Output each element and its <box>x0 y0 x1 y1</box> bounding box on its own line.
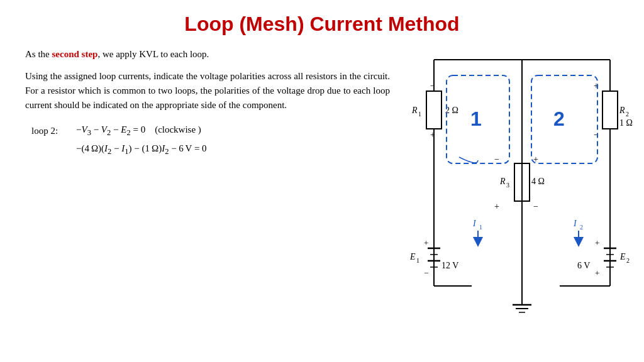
svg-text:+: + <box>494 202 499 211</box>
content-area: As the second step, we apply KVL to each… <box>25 47 619 160</box>
eq1-text: −V3 − V2 − E2 = 0 (clockwise ) <box>76 123 201 139</box>
page-title: Loop (Mesh) Current Method <box>25 13 619 36</box>
text-section: As the second step, we apply KVL to each… <box>25 47 390 160</box>
svg-text:+: + <box>424 238 428 248</box>
svg-text:1: 1 <box>418 111 421 118</box>
svg-text:R: R <box>411 106 418 115</box>
svg-text:1: 1 <box>479 224 482 231</box>
svg-text:2: 2 <box>626 111 629 118</box>
svg-text:1: 1 <box>416 257 419 264</box>
svg-text:I: I <box>472 219 477 228</box>
eq-label: loop 2: <box>31 124 72 138</box>
svg-text:12 V: 12 V <box>441 261 458 270</box>
svg-text:E: E <box>619 252 626 261</box>
svg-rect-17 <box>602 91 618 129</box>
svg-text:R: R <box>619 106 625 115</box>
circuit-section: R 1 2 Ω − + R 2 1 Ω + − R 3 <box>396 41 619 160</box>
svg-text:6 V: 6 V <box>577 261 590 270</box>
svg-text:2: 2 <box>580 224 583 231</box>
svg-text:1 Ω: 1 Ω <box>619 118 633 128</box>
svg-text:I: I <box>573 219 577 228</box>
svg-text:R: R <box>499 177 506 186</box>
circuit-diagram: R 1 2 Ω − + R 2 1 Ω + − R 3 <box>396 41 641 317</box>
equations-block: loop 2: −V3 − V2 − E2 = 0 (clockwise ) −… <box>31 123 390 158</box>
svg-text:+: + <box>595 238 599 248</box>
svg-text:2: 2 <box>626 257 630 264</box>
intro-prefix: As the <box>25 49 52 59</box>
svg-text:−: − <box>494 155 499 164</box>
eq-line-1: loop 2: −V3 − V2 − E2 = 0 (clockwise ) <box>31 123 390 139</box>
svg-text:−: − <box>424 268 428 278</box>
svg-text:−: − <box>430 81 435 90</box>
svg-text:+: + <box>595 268 599 278</box>
second-step-highlight: second step <box>52 49 98 59</box>
svg-text:4 Ω: 4 Ω <box>531 177 545 186</box>
intro-line: As the second step, we apply KVL to each… <box>25 47 390 62</box>
svg-rect-11 <box>426 91 441 129</box>
page: Loop (Mesh) Current Method As the second… <box>0 0 644 362</box>
svg-text:+: + <box>430 130 435 140</box>
svg-text:2 Ω: 2 Ω <box>445 106 458 115</box>
intro-suffix: , we apply KVL to each loop. <box>97 49 209 59</box>
svg-text:−: − <box>533 202 538 211</box>
eq2-text: −(4 Ω)(I2 − I1) − (1 Ω)I2 − 6 V = 0 <box>76 141 207 158</box>
svg-text:3: 3 <box>506 182 509 189</box>
body-paragraph: Using the assigned loop currents, indica… <box>25 69 390 113</box>
svg-text:1: 1 <box>470 107 482 130</box>
svg-text:E: E <box>409 252 416 261</box>
svg-text:2: 2 <box>553 107 565 130</box>
eq-line-2: −(4 Ω)(I2 − I1) − (1 Ω)I2 − 6 V = 0 <box>31 141 390 158</box>
